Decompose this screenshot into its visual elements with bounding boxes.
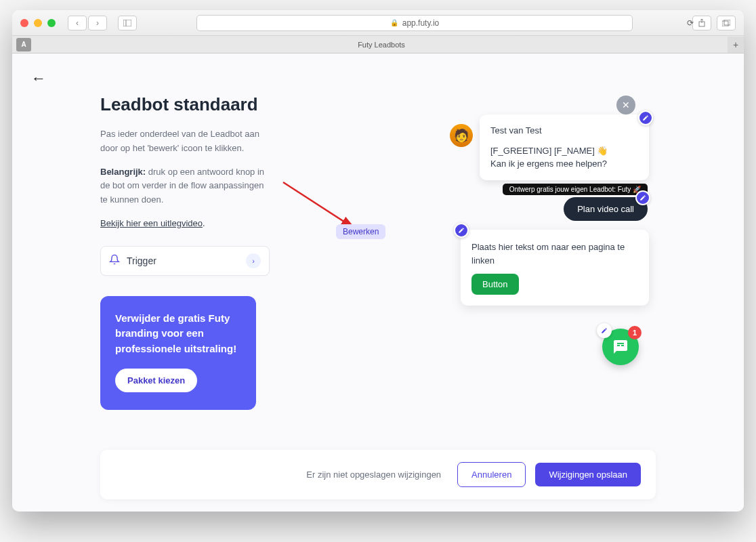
msg-title: Test van Test xyxy=(490,124,638,138)
maximize-window-button[interactable] xyxy=(47,19,56,27)
preview-area: ✕ 🧑 Test van Test [F_GREETING] [F_NAME] … xyxy=(297,94,744,474)
forward-button[interactable]: › xyxy=(88,16,107,30)
edit-tooltip: Bewerken xyxy=(336,224,385,239)
titlebar: ‹ › 🔒 app.futy.io ⟳ xyxy=(12,10,744,36)
link-card: Plaats hier tekst om naar een pagina te … xyxy=(461,230,649,306)
link-card-button[interactable]: Button xyxy=(471,274,519,295)
minimize-window-button[interactable] xyxy=(34,19,42,27)
sidebar-toggle-button[interactable] xyxy=(118,16,137,30)
svg-rect-4 xyxy=(724,20,730,25)
app-content: ← Leadbot standaard Pas ieder onderdeel … xyxy=(12,54,744,512)
page-title: Leadbot standaard xyxy=(100,94,270,115)
edit-plan-button[interactable] xyxy=(635,190,650,205)
promo-button[interactable]: Pakket kiezen xyxy=(115,369,197,392)
plan-video-call-button[interactable]: Plan video call xyxy=(564,197,648,221)
url-text: app.futy.io xyxy=(402,18,439,28)
video-link[interactable]: Bekijk hier een uitlegvideo xyxy=(100,218,203,228)
description-2-strong: Belangrijk: xyxy=(100,167,146,177)
bot-message-card: Test van Test [F_GREETING] [F_NAME] 👋 Ka… xyxy=(480,114,649,180)
chevron-right-icon: › xyxy=(246,253,261,268)
bell-icon xyxy=(109,254,120,267)
url-bar[interactable]: 🔒 app.futy.io ⟳ xyxy=(196,15,633,31)
edit-message-button[interactable] xyxy=(638,110,653,125)
close-preview-button[interactable]: ✕ xyxy=(616,96,635,114)
chat-badge-count: 1 xyxy=(628,326,642,339)
tab-favicon: A xyxy=(16,38,31,51)
lock-icon: 🔒 xyxy=(390,19,398,26)
description-2: Belangrijk: druk op een antwoord knop in… xyxy=(100,165,270,207)
bot-avatar: 🧑 xyxy=(450,124,473,147)
trigger-label: Trigger xyxy=(127,255,156,266)
edit-link-card-button[interactable] xyxy=(454,223,469,238)
chat-icon xyxy=(612,339,629,355)
back-arrow-icon[interactable]: ← xyxy=(31,70,46,87)
window-controls xyxy=(20,19,56,27)
share-button[interactable] xyxy=(692,16,711,30)
svg-line-5 xyxy=(283,182,354,228)
description-1: Pas ieder onderdeel van de Leadbot aan d… xyxy=(100,127,270,156)
svg-rect-3 xyxy=(722,21,728,26)
browser-window: ‹ › 🔒 app.futy.io ⟳ A Futy Leadbots + ← xyxy=(12,10,744,512)
promo-card: Verwijder de gratis Futy branding voor e… xyxy=(100,296,256,411)
new-tab-button[interactable]: + xyxy=(728,37,744,53)
left-column: Leadbot standaard Pas ieder onderdeel va… xyxy=(100,94,270,474)
unsaved-message: Er zijn niet opgeslagen wijzigingen xyxy=(115,470,448,480)
reload-icon[interactable]: ⟳ xyxy=(687,18,694,28)
link-card-text: Plaats hier tekst om naar een pagina te … xyxy=(471,241,638,267)
back-button[interactable]: ‹ xyxy=(68,16,87,30)
branding-pill: Ontwerp gratis jouw eigen Leadbot: Futy … xyxy=(503,184,648,195)
svg-rect-0 xyxy=(123,20,131,26)
save-button[interactable]: Wijzigingen opslaan xyxy=(535,463,641,486)
msg-line2: Kan ik je ergens mee helpen? xyxy=(490,157,638,171)
footer-bar: Er zijn niet opgeslagen wijzigingen Annu… xyxy=(100,450,656,499)
nav-buttons: ‹ › xyxy=(68,16,107,30)
chat-fab[interactable]: 1 xyxy=(602,329,639,365)
tab-title[interactable]: Futy Leadbots xyxy=(35,41,728,49)
edit-chat-fab-button[interactable] xyxy=(597,323,612,338)
close-window-button[interactable] xyxy=(20,19,28,27)
trigger-row[interactable]: Trigger › xyxy=(100,246,270,276)
plan-btn-label: Plan video call xyxy=(577,204,634,214)
msg-line1: [F_GREETING] [F_NAME] 👋 xyxy=(490,144,638,158)
promo-text: Verwijder de gratis Futy branding voor e… xyxy=(115,311,241,357)
tab-bar: A Futy Leadbots + xyxy=(12,36,744,54)
tabs-button[interactable] xyxy=(717,16,736,30)
cancel-button[interactable]: Annuleren xyxy=(457,462,526,487)
